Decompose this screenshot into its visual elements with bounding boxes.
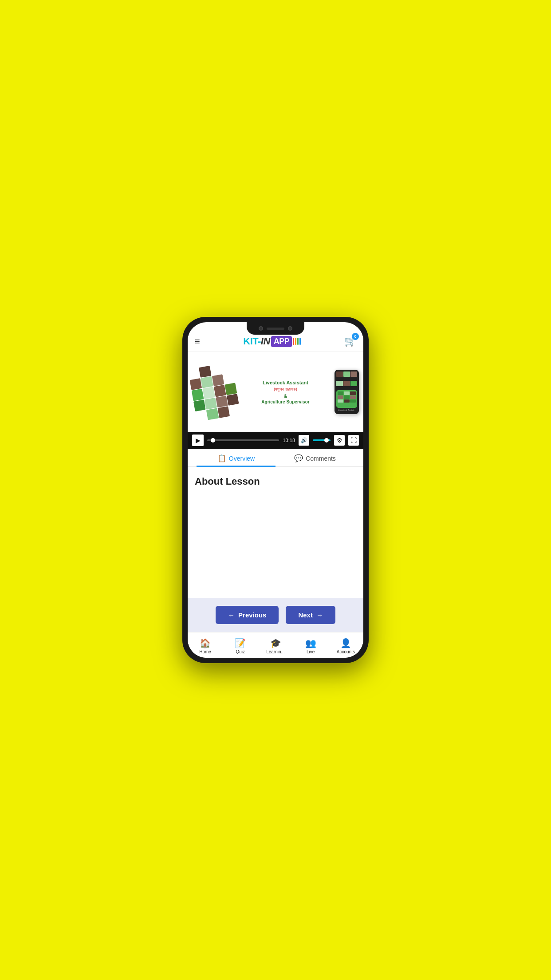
video-progress-bar[interactable] [207,439,279,441]
tab-comments[interactable]: 💬 Comments [276,449,354,466]
stripe-blue [299,338,301,345]
app-logo: KIT- IN APP [243,336,301,347]
comments-tab-label: Comments [306,455,336,462]
pm-cell [344,391,350,395]
accounts-label: Accounts [337,649,355,654]
collage-cell [201,376,213,388]
collage-cell [217,406,230,418]
home-icon: 🏠 [200,638,211,648]
pm-cell [338,395,343,399]
video-controls: ▶ 10:18 🔊 ⚙ ⛶ [188,432,363,449]
overview-tab-label: Overview [229,455,255,462]
learning-icon: 🎓 [270,638,281,648]
logo-app-box: APP [271,336,292,347]
animal-collage-left [188,362,240,422]
collage-cell [224,383,237,395]
quiz-label: Quiz [236,649,245,654]
quiz-icon: 📝 [235,638,246,648]
lesson-subtitle-hindi: (पशुधन सहायक) [240,387,331,392]
bottom-navigation: 🏠 Home 📝 Quiz 🎓 Learnin... 👥 Live 👤 Acco… [188,632,363,658]
volume-indicator [324,438,329,443]
lesson-text-block: Livestock Assistant (पशुधन सहायक) & Agri… [236,379,335,405]
phone-mockup-image: Livestock Assist... [335,370,359,414]
nav-item-quiz[interactable]: 📝 Quiz [223,636,258,656]
collage-cell [206,408,219,420]
phone-device: ≡ KIT- IN APP 🛒 0 [182,317,369,663]
stripe-red [293,338,294,345]
logo-app-text: APP [274,337,290,346]
lesson-title: Livestock Assistant [240,379,331,386]
prev-arrow-icon: ← [228,611,235,619]
collage-cell [212,374,224,386]
logo-in-text: IN [261,336,270,347]
nav-item-live[interactable]: 👥 Live [293,636,328,656]
nav-item-learning[interactable]: 🎓 Learnin... [258,636,293,656]
learning-label: Learnin... [266,649,285,654]
volume-button[interactable]: 🔊 [299,435,309,446]
cart-badge: 0 [352,333,359,340]
next-button[interactable]: Next → [286,606,335,624]
live-label: Live [307,649,315,654]
pm-cell [350,399,356,403]
lesson-ampersand: & [240,393,331,399]
stripe-orange [295,338,296,345]
live-icon: 👥 [305,638,316,648]
nav-item-home[interactable]: 🏠 Home [188,636,223,656]
collage-cell [216,395,228,407]
logo-kit-text: KIT- [243,336,261,347]
phone-screen: ≡ KIT- IN APP 🛒 0 [188,322,363,658]
collage-cell [199,366,211,378]
video-content: Livestock Assistant (पशुधन सहायक) & Agri… [188,361,363,423]
collage-cell [192,389,204,401]
comments-tab-icon: 💬 [294,454,303,462]
camera-icon-right [288,326,292,331]
play-button[interactable]: ▶ [192,435,204,446]
accounts-icon: 👤 [340,638,351,648]
phone-mockup-screen [336,390,357,408]
video-time: 10:18 [283,438,295,443]
volume-slider[interactable] [313,439,331,441]
video-thumbnail: Livestock Assistant (पशुधन सहायक) & Agri… [188,352,363,432]
lesson-supervisor-text: Agriculture Supervisor [240,399,331,404]
next-label: Next [298,611,313,619]
pm-cell [338,399,343,403]
previous-button[interactable]: ← Previous [216,606,279,624]
home-label: Home [199,649,211,654]
video-container: Livestock Assistant (पशुधन सहायक) & Agri… [188,352,363,449]
pm-cell [338,391,343,395]
fullscreen-button[interactable]: ⛶ [348,435,359,446]
nav-item-accounts[interactable]: 👤 Accounts [328,636,363,656]
pm-cell [344,395,350,399]
previous-label: Previous [238,611,266,619]
hamburger-menu-button[interactable]: ≡ [195,336,200,347]
progress-indicator [211,438,215,443]
content-area: About Lesson [188,467,363,598]
collage-cell [193,399,206,411]
collage-cell [203,387,215,399]
settings-button[interactable]: ⚙ [334,435,345,446]
about-lesson-heading: About Lesson [195,476,356,487]
phone-notch [247,322,304,335]
tabs-bar: 📋 Overview 💬 Comments [188,449,363,467]
tab-overview[interactable]: 📋 Overview [197,449,276,466]
collage-cell [227,394,239,406]
pm-cell [350,391,356,395]
navigation-buttons-area: ← Previous Next → [188,598,363,632]
logo-stripes [293,338,301,345]
collage-cell [213,385,226,397]
pm-cell [344,399,350,403]
overview-tab-icon: 📋 [217,454,226,462]
speaker-icon [267,328,284,330]
stripe-green [297,338,299,345]
pm-cell [350,395,356,399]
collage-cell [190,378,202,390]
camera-icon [259,326,263,331]
next-arrow-icon: → [316,611,323,619]
collage-cell [205,397,217,409]
cart-button[interactable]: 🛒 0 [344,336,356,347]
